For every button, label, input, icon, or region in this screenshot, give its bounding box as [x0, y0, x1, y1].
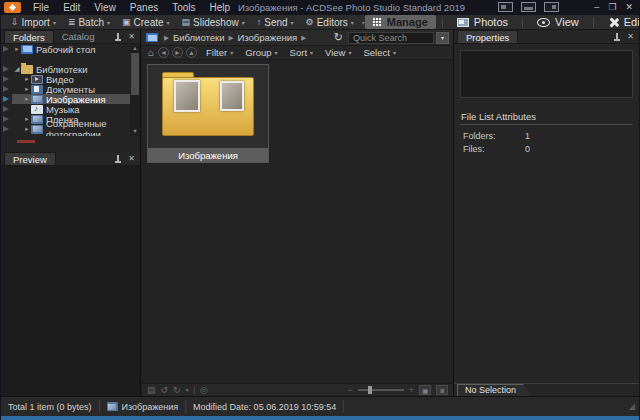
resize-grip-icon[interactable]: ◢ — [629, 402, 635, 411]
easy-select-marker-icon[interactable] — [3, 46, 9, 52]
tree-item-libraries[interactable]: ◢Библиотеки — [1, 64, 130, 74]
menu-tools[interactable]: Tools — [165, 0, 202, 15]
mode-manage-button[interactable]: Manage — [365, 15, 436, 29]
mode-edit-button[interactable]: Edit — [600, 15, 640, 29]
tab-folders[interactable]: Folders — [4, 30, 54, 43]
search-dropdown-button[interactable]: ▾ — [436, 32, 449, 44]
expander-icon[interactable]: ▸ — [23, 125, 31, 133]
refresh-icon[interactable]: ↻ — [334, 31, 343, 44]
tab-properties[interactable]: Properties — [457, 30, 518, 43]
rotate-left-icon[interactable]: ↺ — [161, 384, 169, 397]
tree-item-documents[interactable]: ▸Документы — [1, 84, 130, 94]
app-window: File Edit View Panes Tools Help Изображе… — [0, 0, 640, 420]
easy-select-marker-icon[interactable] — [3, 66, 9, 72]
back-button[interactable]: ◄ — [158, 47, 169, 58]
maximize-button[interactable]: ❐ — [608, 0, 616, 15]
breadcrumb-arrow-icon[interactable]: ▶ — [228, 34, 233, 42]
tree-item-pictures[interactable]: ▸Изображения — [1, 94, 130, 104]
editors-button[interactable]: ⚙ Editors▾ — [300, 15, 360, 30]
folder-tile-pictures[interactable]: Изображения — [147, 64, 269, 163]
rotate-right-icon[interactable]: ↻ — [173, 384, 181, 397]
slideshow-button[interactable]: ▤ Slideshow▾ — [176, 15, 251, 30]
menu-file[interactable]: File — [26, 0, 56, 15]
mode-view-button[interactable]: View — [529, 15, 587, 29]
breadcrumb-arrow-icon[interactable]: ▶ — [164, 34, 169, 42]
expander-icon[interactable]: ▸ — [13, 45, 21, 53]
select-menu[interactable]: Select▾ — [358, 47, 402, 58]
quick-search-input[interactable] — [348, 32, 434, 44]
import-button[interactable]: ⇩ Import▾ — [5, 15, 62, 30]
tree-vertical-scrollbar[interactable]: ▲ ▼ — [130, 44, 140, 136]
easy-select-marker-icon[interactable] — [3, 126, 9, 132]
tab-preview[interactable]: Preview — [4, 152, 56, 165]
menu-view[interactable]: View — [87, 0, 123, 15]
scrollbar-thumb[interactable] — [17, 140, 35, 143]
expander-icon[interactable]: ◢ — [13, 65, 21, 73]
expander-icon[interactable]: ▸ — [23, 115, 31, 123]
menu-edit[interactable]: Edit — [56, 0, 87, 15]
close-icon[interactable]: ✕ — [128, 32, 135, 41]
auto-advance-icon[interactable]: ◎ — [200, 384, 208, 397]
close-icon[interactable]: ✕ — [627, 32, 634, 41]
pin-icon[interactable] — [114, 155, 121, 164]
scrollbar-thumb[interactable] — [131, 53, 139, 95]
easy-select-marker-icon[interactable] — [3, 116, 9, 122]
up-button[interactable]: ▲ — [186, 47, 197, 58]
expander-icon[interactable]: ▸ — [23, 75, 31, 83]
sort-menu[interactable]: Sort▾ — [284, 47, 319, 58]
view-menu[interactable]: View▾ — [319, 47, 357, 58]
minimize-button[interactable]: – — [594, 0, 599, 15]
photo-thumbnail — [220, 81, 244, 111]
mode-photos-button[interactable]: Photos — [449, 15, 516, 29]
easy-select-marker-icon[interactable] — [3, 76, 9, 82]
filter-menu[interactable]: Filter▾ — [200, 47, 239, 58]
breadcrumb-arrow-icon[interactable]: ▶ — [301, 34, 306, 42]
forward-button[interactable]: ► — [172, 47, 183, 58]
close-icon[interactable]: ✕ — [128, 154, 135, 163]
home-icon[interactable]: ⌂ — [148, 47, 154, 58]
folders-panel-header: Folders Catalog ✕ — [1, 30, 140, 44]
tree-item-saved-photos[interactable]: ▸Сохраненные фотографии — [1, 124, 130, 134]
divider — [460, 124, 633, 125]
filter-toolbar: ⌂ ◄ ► ▲ Filter▾ Group▾ Sort▾ View▾ Selec… — [142, 46, 453, 60]
easy-select-marker-icon[interactable] — [3, 86, 9, 92]
easy-select-marker-icon[interactable] — [3, 106, 9, 112]
zoom-in-button[interactable]: + — [409, 384, 414, 397]
folders-count: 1 — [525, 131, 530, 141]
close-button[interactable]: ✕ — [625, 0, 633, 15]
details-view-button[interactable]: ≣ — [436, 385, 448, 395]
pin-icon[interactable] — [613, 33, 620, 42]
layout-preset-2-button[interactable] — [521, 2, 536, 12]
easy-select-marker-icon[interactable] — [3, 96, 9, 102]
slider-thumb[interactable] — [368, 386, 372, 394]
preview-image-icon[interactable]: ▤ — [147, 384, 156, 397]
thumbnail-view-button[interactable]: ▦ — [419, 385, 431, 395]
breadcrumb-pictures[interactable]: Изображения — [237, 32, 297, 43]
tag-icon[interactable]: ▪ — [186, 384, 189, 397]
expander-icon[interactable]: ▸ — [23, 85, 31, 93]
thumbnail-size-slider[interactable] — [358, 389, 404, 391]
batch-button[interactable]: ≣ Batch▾ — [62, 15, 116, 30]
zoom-out-button[interactable]: − — [347, 384, 352, 397]
create-button[interactable]: ▣ Create▾ — [116, 15, 176, 30]
group-menu[interactable]: Group▾ — [239, 47, 283, 58]
layout-preset-1-button[interactable] — [498, 2, 513, 12]
dropdown-arrow-icon: ▾ — [310, 49, 313, 56]
tree-horizontal-scrollbar[interactable] — [3, 139, 128, 144]
menu-panes[interactable]: Panes — [123, 0, 165, 15]
tree-item-music[interactable]: Музыка — [1, 104, 130, 114]
pin-icon[interactable] — [114, 33, 121, 42]
scroll-up-icon[interactable]: ▲ — [130, 44, 140, 53]
divider — [343, 400, 344, 413]
tree-item-desktop[interactable]: ▸Рабочий стол — [1, 44, 130, 54]
layout-preset-3-button[interactable] — [544, 2, 559, 12]
selection-tab[interactable]: No Selection — [457, 384, 532, 396]
menu-help[interactable]: Help — [203, 0, 238, 15]
breadcrumb-libraries[interactable]: Библиотеки — [173, 32, 224, 43]
expander-icon[interactable]: ▸ — [23, 95, 31, 103]
tree-item-video[interactable]: ▸Видео — [1, 74, 130, 84]
scroll-down-icon[interactable]: ▼ — [130, 127, 140, 136]
computer-icon[interactable] — [146, 33, 158, 42]
send-button[interactable]: ↑ Send▾ — [251, 15, 300, 30]
tab-catalog[interactable]: Catalog — [54, 30, 103, 43]
